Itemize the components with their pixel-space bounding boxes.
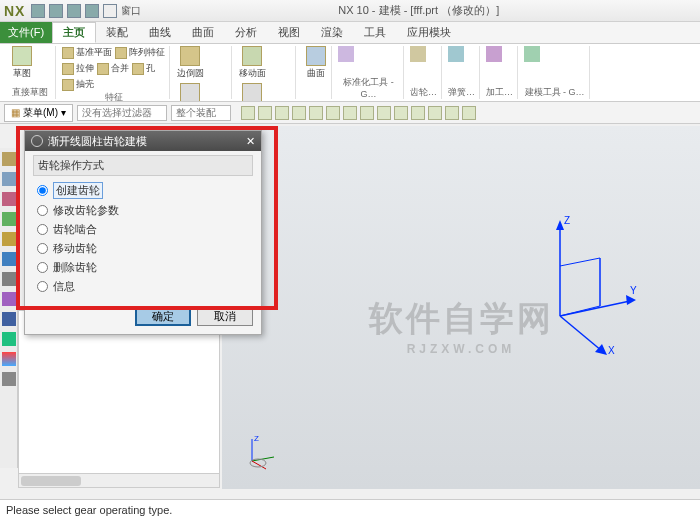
tab-view[interactable]: 视图 — [268, 22, 311, 43]
dialog-titlebar[interactable]: 渐开线圆柱齿轮建模 ✕ — [25, 131, 261, 151]
status-bar: Please select gear operating type. — [0, 499, 700, 519]
group-spring: 弹簧… — [448, 86, 475, 99]
group-sketch: 直接草图 — [8, 86, 51, 99]
tab-analysis[interactable]: 分析 — [225, 22, 268, 43]
palette-icon[interactable] — [2, 352, 16, 366]
constraint-navigator-icon[interactable] — [2, 192, 16, 206]
option-info[interactable]: 信息 — [33, 277, 253, 296]
close-icon[interactable]: ✕ — [246, 135, 255, 148]
history-icon[interactable] — [2, 272, 16, 286]
tab-curve[interactable]: 曲线 — [139, 22, 182, 43]
wireframe-icon[interactable] — [377, 106, 391, 120]
svg-marker-1 — [556, 220, 564, 230]
more-sync-button[interactable]: 更多 — [238, 83, 266, 102]
filter-icon[interactable] — [241, 106, 255, 120]
spring-tool-icon[interactable] — [448, 46, 464, 62]
save-icon[interactable] — [31, 4, 45, 18]
svg-text:Z: Z — [254, 434, 259, 443]
extra-icon[interactable] — [2, 372, 16, 386]
tab-assembly[interactable]: 装配 — [96, 22, 139, 43]
perspective-icon[interactable] — [411, 106, 425, 120]
tool-extra-icon[interactable] — [462, 106, 476, 120]
part-navigator-icon[interactable] — [2, 152, 16, 166]
cancel-button[interactable]: 取消 — [197, 306, 253, 326]
surface-button[interactable]: 曲面 — [302, 46, 330, 80]
svg-line-13 — [252, 461, 266, 469]
selection-scope-input[interactable] — [171, 105, 231, 121]
tab-render[interactable]: 渲染 — [311, 22, 354, 43]
clip-icon[interactable] — [428, 106, 442, 120]
graphics-viewport[interactable]: 软件自学网 RJZXW.COM Z Y X Z — [222, 126, 700, 489]
edges-icon[interactable] — [394, 106, 408, 120]
rotate-icon[interactable] — [343, 106, 357, 120]
option-create-gear[interactable]: 创建齿轮 — [33, 180, 253, 201]
assembly-navigator-icon[interactable] — [2, 172, 16, 186]
gear-dialog: 渐开线圆柱齿轮建模 ✕ 齿轮操作方式 创建齿轮 修改齿轮参数 齿轮啮合 移动齿轮… — [24, 130, 262, 335]
reuse-library-icon[interactable] — [2, 212, 16, 226]
file-menu[interactable]: 文件(F) — [0, 22, 52, 43]
browser-icon[interactable] — [2, 252, 16, 266]
copy-icon[interactable] — [85, 4, 99, 18]
menu-button[interactable]: ▦菜单(M)▾ — [4, 104, 73, 122]
svg-text:Z: Z — [564, 215, 570, 226]
pattern-feature-button[interactable]: 阵列特征 — [115, 46, 165, 59]
svg-marker-4 — [626, 295, 636, 305]
window-icon[interactable] — [103, 4, 117, 18]
system-icon[interactable] — [2, 332, 16, 346]
edge-blend-button[interactable]: 边倒圆 — [176, 46, 204, 80]
tab-tools[interactable]: 工具 — [354, 22, 397, 43]
more-feature-button[interactable]: 更多 — [176, 83, 204, 102]
tab-surface[interactable]: 曲面 — [182, 22, 225, 43]
hole-button[interactable]: 孔 — [132, 62, 155, 75]
modeling-tool-icon[interactable] — [524, 46, 540, 62]
zoom-icon[interactable] — [309, 106, 323, 120]
unite-button[interactable]: 合并 — [97, 62, 129, 75]
standard-tool-icon[interactable] — [338, 46, 354, 62]
layer-icon[interactable] — [445, 106, 459, 120]
machining-tool-icon[interactable] — [486, 46, 502, 62]
svg-line-6 — [560, 316, 602, 351]
group-machining: 加工… — [486, 86, 513, 99]
group-gear: 齿轮… — [410, 86, 437, 99]
view-fit-icon[interactable] — [292, 106, 306, 120]
sketch-label: 草图 — [13, 67, 31, 80]
gear-tool-icon[interactable] — [410, 46, 426, 62]
select-icon[interactable] — [275, 106, 289, 120]
tab-application[interactable]: 应用模块 — [397, 22, 462, 43]
snap-icon[interactable] — [258, 106, 272, 120]
svg-marker-7 — [595, 344, 607, 355]
undo-icon[interactable] — [49, 4, 63, 18]
move-face-button[interactable]: 移动面 — [238, 46, 266, 80]
horizontal-scrollbar[interactable] — [19, 473, 219, 487]
view-triad: Z Y X — [530, 206, 640, 356]
redo-icon[interactable] — [67, 4, 81, 18]
option-gear-mesh[interactable]: 齿轮啮合 — [33, 220, 253, 239]
option-modify-params[interactable]: 修改齿轮参数 — [33, 201, 253, 220]
pan-icon[interactable] — [326, 106, 340, 120]
title-bar: NX 窗口 NX 10 - 建模 - [fff.prt （修改的）] — [0, 0, 700, 22]
ok-button[interactable]: 确定 — [135, 306, 191, 326]
roles-icon[interactable] — [2, 312, 16, 326]
ribbon: 草图 直接草图 基准平面 阵列特征 拉伸 合并 孔 抽壳 特征 边倒圆 更多 移… — [0, 44, 700, 102]
dialog-title: 渐开线圆柱齿轮建模 — [48, 134, 147, 149]
group-standard: 标准化工具 - G… — [338, 76, 399, 99]
gear-icon — [31, 135, 43, 147]
datum-plane-button[interactable]: 基准平面 — [62, 46, 112, 59]
svg-text:X: X — [608, 345, 615, 356]
extrude-button[interactable]: 拉伸 — [62, 62, 94, 75]
process-studio-icon[interactable] — [2, 292, 16, 306]
quick-access-toolbar — [31, 4, 117, 18]
sketch-button[interactable]: 草图 — [8, 46, 36, 80]
selection-filter-input[interactable] — [77, 105, 167, 121]
wcs-triad: Z — [242, 431, 282, 471]
shade-icon[interactable] — [360, 106, 374, 120]
shell-button[interactable]: 抽壳 — [62, 78, 94, 91]
resource-bar — [0, 148, 18, 468]
tab-home[interactable]: 主页 — [52, 22, 96, 43]
option-move-gear[interactable]: 移动齿轮 — [33, 239, 253, 258]
option-delete-gear[interactable]: 删除齿轮 — [33, 258, 253, 277]
hd3d-icon[interactable] — [2, 232, 16, 246]
window-title: NX 10 - 建模 - [fff.prt （修改的）] — [141, 3, 696, 18]
dialog-group-title: 齿轮操作方式 — [33, 155, 253, 176]
window-menu[interactable]: 窗口 — [121, 4, 141, 18]
